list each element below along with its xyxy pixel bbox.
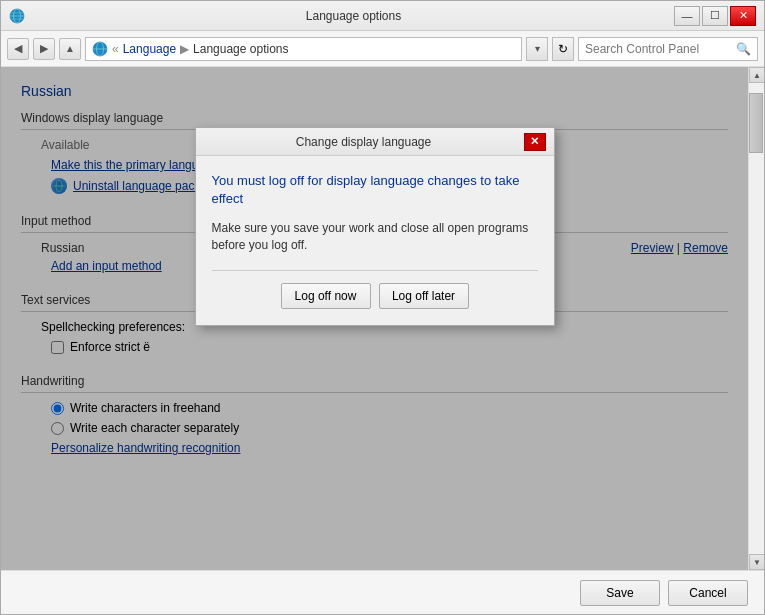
search-box: 🔍 <box>578 37 758 61</box>
up-button[interactable]: ▲ <box>59 38 81 60</box>
window-controls: — ☐ ✕ <box>674 6 756 26</box>
minimize-button[interactable]: — <box>674 6 700 26</box>
address-dropdown-button[interactable]: ▾ <box>526 37 548 61</box>
modal-body: You must log off for display language ch… <box>196 156 554 325</box>
save-button[interactable]: Save <box>580 580 660 606</box>
scrollbar: ▲ ▼ <box>748 67 764 570</box>
scroll-track[interactable] <box>749 83 764 554</box>
window-icon <box>9 8 25 24</box>
modal-buttons: Log off now Log off later <box>212 283 538 309</box>
modal-close-button[interactable]: ✕ <box>524 133 546 151</box>
maximize-button[interactable]: ☐ <box>702 6 728 26</box>
address-bar: ◀ ▶ ▲ « Language ▶ Language options ▾ ↻ … <box>1 31 764 67</box>
scroll-up-button[interactable]: ▲ <box>749 67 764 83</box>
search-input[interactable] <box>585 42 736 56</box>
breadcrumb-language-options: Language options <box>193 42 288 56</box>
forward-button[interactable]: ▶ <box>33 38 55 60</box>
search-icon: 🔍 <box>736 42 751 56</box>
address-path: « Language ▶ Language options <box>85 37 522 61</box>
scroll-down-button[interactable]: ▼ <box>749 554 764 570</box>
back-button[interactable]: ◀ <box>7 38 29 60</box>
modal-overlay: Change display language ✕ You must log o… <box>1 67 748 570</box>
title-bar: Language options — ☐ ✕ <box>1 1 764 31</box>
log-off-now-button[interactable]: Log off now <box>281 283 371 309</box>
breadcrumb-arrow: ▶ <box>180 42 189 56</box>
cancel-button[interactable]: Cancel <box>668 580 748 606</box>
modal-main-text: You must log off for display language ch… <box>212 172 538 208</box>
modal-title: Change display language <box>204 135 524 149</box>
modal-separator <box>212 270 538 271</box>
breadcrumb-language[interactable]: Language <box>123 42 176 56</box>
refresh-button[interactable]: ↻ <box>552 37 574 61</box>
window-close-button[interactable]: ✕ <box>730 6 756 26</box>
scroll-thumb[interactable] <box>749 93 763 153</box>
window-title: Language options <box>33 9 674 23</box>
modal-title-bar: Change display language ✕ <box>196 128 554 156</box>
change-display-language-dialog: Change display language ✕ You must log o… <box>195 127 555 326</box>
breadcrumb-separator: « <box>112 42 119 56</box>
main-panel: Russian Windows display language Availab… <box>1 67 748 570</box>
main-window: Language options — ☐ ✕ ◀ ▶ ▲ « Language … <box>0 0 765 615</box>
content-area: Russian Windows display language Availab… <box>1 67 764 570</box>
bottom-bar: Save Cancel <box>1 570 764 614</box>
modal-sub-text: Make sure you save your work and close a… <box>212 220 538 254</box>
log-off-later-button[interactable]: Log off later <box>379 283 469 309</box>
